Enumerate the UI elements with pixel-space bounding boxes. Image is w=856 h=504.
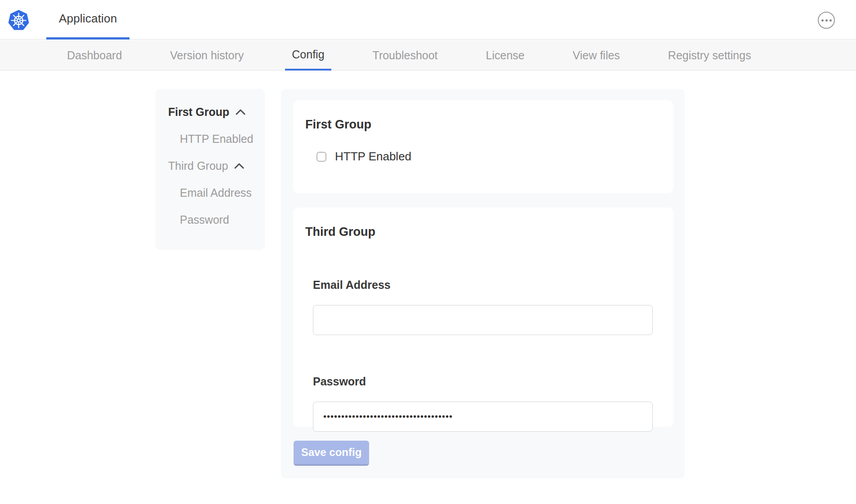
sidebar-item-first-group[interactable]: First Group bbox=[156, 98, 265, 125]
sidebar-item-password[interactable]: Password bbox=[156, 206, 265, 233]
sidebar-item-label: Password bbox=[180, 213, 229, 226]
overflow-menu-button[interactable] bbox=[818, 12, 835, 29]
sidebar-item-http-enabled[interactable]: HTTP Enabled bbox=[156, 125, 265, 152]
app-tab-application[interactable]: Application bbox=[46, 0, 129, 40]
config-sidebar: First Group HTTP Enabled Third Group Ema… bbox=[156, 89, 265, 250]
sidebar-item-label: Email Address bbox=[180, 186, 252, 199]
config-form-panel: First Group HTTP Enabled Third Group Ema… bbox=[281, 89, 685, 478]
http-enabled-checkbox[interactable] bbox=[317, 152, 326, 162]
save-config-button[interactable]: Save config bbox=[294, 441, 369, 466]
config-group-first-group: First Group HTTP Enabled bbox=[293, 100, 673, 193]
chevron-up-icon bbox=[234, 163, 245, 169]
password-label: Password bbox=[313, 375, 673, 388]
tab-config[interactable]: Config bbox=[285, 40, 331, 71]
ellipsis-icon bbox=[829, 19, 832, 22]
kubernetes-logo-icon bbox=[8, 9, 30, 31]
ellipsis-icon bbox=[825, 19, 828, 22]
checkbox-label: HTTP Enabled bbox=[335, 150, 411, 164]
sidebar-item-third-group[interactable]: Third Group bbox=[156, 152, 265, 179]
sidebar-item-label: Third Group bbox=[168, 159, 228, 172]
tab-license[interactable]: License bbox=[479, 40, 531, 71]
tab-dashboard[interactable]: Dashboard bbox=[60, 40, 129, 71]
tab-registry-settings[interactable]: Registry settings bbox=[661, 40, 758, 71]
email-address-input[interactable] bbox=[313, 305, 653, 335]
sidebar-item-label: HTTP Enabled bbox=[180, 133, 254, 146]
email-address-label: Email Address bbox=[313, 279, 673, 292]
sidebar-item-label: First Group bbox=[168, 106, 229, 119]
ellipsis-icon bbox=[821, 19, 824, 22]
tab-version-history[interactable]: Version history bbox=[163, 40, 250, 71]
password-input[interactable] bbox=[313, 402, 653, 432]
app-subnav: Dashboard Version history Config Trouble… bbox=[0, 40, 856, 71]
tab-view-files[interactable]: View files bbox=[566, 40, 627, 71]
sidebar-item-email-address[interactable]: Email Address bbox=[156, 179, 265, 206]
group-title: Third Group bbox=[305, 225, 673, 239]
tab-troubleshoot[interactable]: Troubleshoot bbox=[366, 40, 445, 71]
group-title: First Group bbox=[305, 118, 673, 132]
config-page: First Group HTTP Enabled Third Group Ema… bbox=[0, 71, 856, 504]
top-header: Application bbox=[0, 0, 856, 40]
config-group-third-group: Third Group Email Address Password bbox=[293, 208, 673, 427]
http-enabled-field: HTTP Enabled bbox=[317, 150, 673, 164]
chevron-up-icon bbox=[235, 109, 246, 115]
